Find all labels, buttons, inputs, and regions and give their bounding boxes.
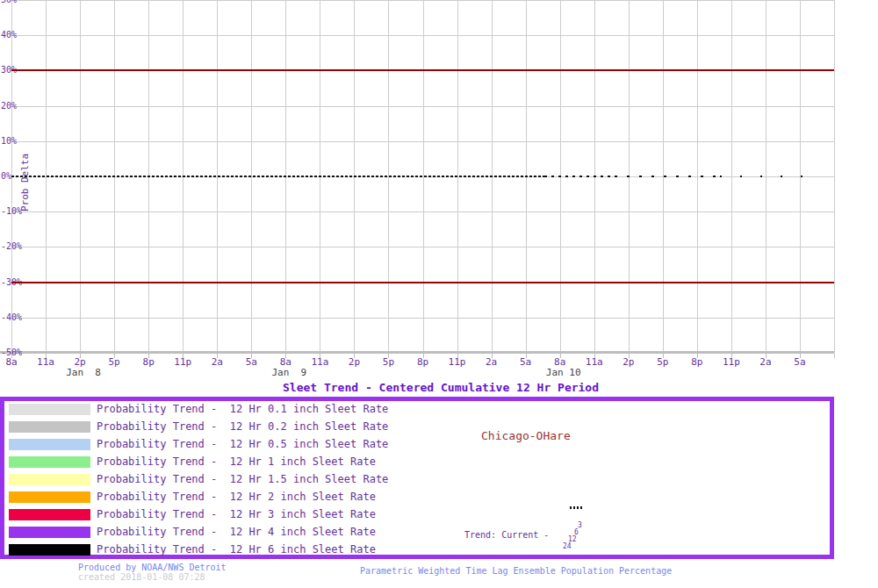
x-axis-line [0,351,834,354]
gridline-horizontal [11,212,834,212]
x-tick-label: 8p [691,357,702,367]
station-name: Chicago-OHare [481,430,571,442]
y-tick-label: -10% [1,206,22,216]
gridline-horizontal [11,318,834,319]
x-tick-label: 5a [520,357,531,367]
gridline-horizontal [11,247,834,247]
legend-item-label: Probability Trend - 12 Hr 3 inch Sleet R… [97,509,376,520]
reference-line [11,69,834,71]
legend-item-label: Probability Trend - 12 Hr 0.1 inch Sleet… [97,404,388,415]
x-tick-label: 5p [109,357,120,367]
x-tick-label: 2p [623,357,634,367]
y-tick-label: 50% [1,0,17,4]
y-tick-label: 0% [1,171,11,181]
series-zero-line-segment [615,176,720,177]
y-tick-label: 20% [1,101,17,111]
x-tick-label: 2p [349,357,360,367]
x-date-label: Jan 10 [546,368,581,377]
series-zero-line-segment [11,176,544,177]
gridline-horizontal [11,0,834,1]
y-tick-label: 40% [1,30,17,39]
x-tick-label: 8a [280,357,291,367]
x-tick-label: 11a [311,357,328,367]
footer-produced-by: Produced by NOAA/NWS Detroit [78,563,227,572]
x-tick-label: 11p [449,357,466,367]
sleet-trend-chart-page: Prob Delta Sleet Trend - Centered Cumula… [0,0,878,588]
legend-item-label: Probability Trend - 12 Hr 6 inch Sleet R… [97,544,376,556]
x-tick-label: 2a [212,357,223,367]
legend-swatch [9,491,90,503]
gridline-horizontal [11,106,834,107]
chart-title: Sleet Trend - Centered Cumulative 12 Hr … [283,381,599,394]
x-axis-tick-mark [834,354,835,358]
x-date-label: Jan 9 [271,368,306,377]
legend-swatch [9,509,90,520]
legend-item-label: Probability Trend - 12 Hr 4 inch Sleet R… [97,527,376,538]
gridline-vertical [834,0,835,353]
legend-swatch [9,404,90,415]
y-tick-label: -40% [1,312,22,322]
trend-marker-dots-icon [570,506,583,509]
trend-current-label: Trend: Current - [464,530,549,540]
legend-item-label: Probability Trend - 12 Hr 1.5 inch Sleet… [97,474,388,485]
x-tick-label: 5p [383,357,394,367]
y-tick-label: -20% [1,241,22,251]
x-tick-label: 8p [417,357,428,367]
x-tick-label: 11a [586,357,603,367]
x-tick-label: 11a [37,357,54,367]
legend-swatch [9,544,90,556]
legend-swatch [9,421,90,433]
legend-item-label: Probability Trend - 12 Hr 0.2 inch Sleet… [97,421,388,433]
gridline-horizontal [11,141,834,142]
footer-description: Parametric Weighted Time Lag Ensemble Po… [360,567,672,576]
x-tick-label: 11p [174,357,191,367]
x-tick-label: 8p [143,357,155,367]
x-tick-label: 2a [759,357,771,367]
legend-swatch [9,456,90,468]
y-tick-label: 10% [1,136,17,146]
x-tick-label: 2p [74,357,85,367]
x-tick-label: 11p [723,357,740,367]
legend-item-label: Probability Trend - 12 Hr 1 inch Sleet R… [97,456,376,468]
series-zero-line-segment [720,176,821,177]
x-tick-label: 5p [657,357,668,367]
footer-created-timestamp: created 2018-01-08 07:28 [78,573,205,582]
x-tick-label: 8a [554,357,565,367]
x-tick-label: 2a [486,357,497,367]
x-tick-label: 5a [246,357,257,367]
legend-item-label: Probability Trend - 12 Hr 0.5 inch Sleet… [97,439,388,450]
series-zero-line-segment [544,176,615,177]
legend-item-label: Probability Trend - 12 Hr 2 inch Sleet R… [97,491,376,503]
y-axis-label: Prob Delta [19,154,31,212]
gridline-horizontal [11,35,834,36]
x-tick-label: 5a [794,357,805,367]
legend-swatch [9,474,90,485]
legend-swatch [9,527,90,538]
trend-period-number: 24 [563,543,572,550]
legend-swatch [9,439,90,450]
x-date-label: Jan 8 [66,368,101,377]
x-tick-label: 8a [5,357,17,367]
reference-line [11,282,834,283]
